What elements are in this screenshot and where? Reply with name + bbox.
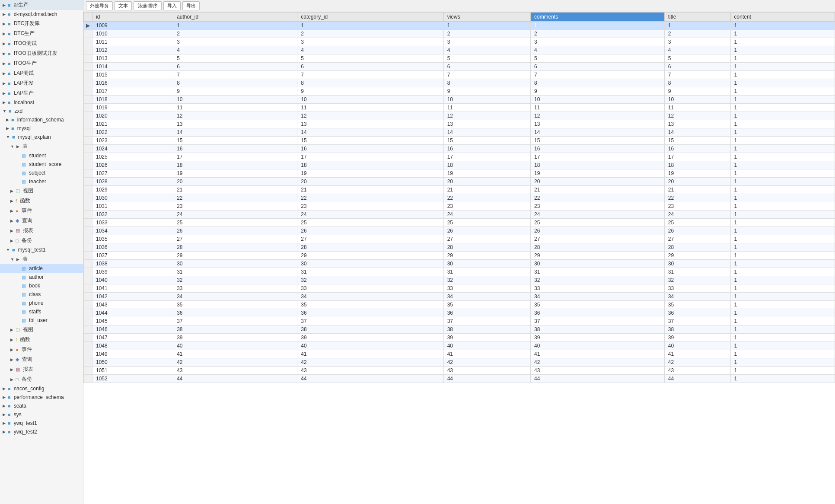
sidebar-item-author[interactable]: ▩author <box>0 273 83 281</box>
toolbar-btn-外连导务[interactable]: 外连导务 <box>86 1 113 10</box>
table-row[interactable]: 102416161616161 <box>84 145 835 153</box>
sidebar-item-表[interactable]: ▼▶表 <box>0 254 83 264</box>
table-row[interactable]: 1015777771 <box>84 71 835 79</box>
col-comments[interactable]: comments <box>530 13 664 22</box>
table-row[interactable]: 104739393939391 <box>84 334 835 342</box>
sidebar-item-article[interactable]: ▩article <box>0 264 83 273</box>
table-row[interactable]: 104234343434341 <box>84 293 835 301</box>
table-row[interactable]: 105042424242421 <box>84 358 835 367</box>
table-row[interactable]: 105244444444441 <box>84 375 835 383</box>
table-row[interactable]: 104133333333331 <box>84 284 835 293</box>
toolbar-btn-import[interactable]: 导入 <box>163 1 181 10</box>
sidebar-item-查询[interactable]: ▶◆查询 <box>0 216 83 226</box>
table-row[interactable]: 104335353535351 <box>84 301 835 309</box>
table-row[interactable]: 1016888881 <box>84 79 835 87</box>
sidebar-item-sys[interactable]: ▶■sys <box>0 410 83 419</box>
sidebar-item-tbl_user[interactable]: ▩tbl_user <box>0 316 83 325</box>
table-row[interactable]: 103325252525251 <box>84 219 835 227</box>
sidebar-item-class[interactable]: ▩class <box>0 290 83 299</box>
table-row[interactable]: ▶1009111111 <box>84 22 835 30</box>
table-row[interactable]: 1011333331 <box>84 38 835 46</box>
sidebar-item-LAP生产[interactable]: ▶■LAP生产 <box>0 88 83 98</box>
table-row[interactable]: 101810101010101 <box>84 96 835 104</box>
table-row[interactable]: 102517171717171 <box>84 153 835 161</box>
sidebar-item-ITOO测试[interactable]: ▶■ITOO测试 <box>0 38 83 48</box>
sidebar-item-ar生产[interactable]: ▶■ar生产 <box>0 0 83 10</box>
sidebar-item-book[interactable]: ▩book <box>0 281 83 290</box>
sidebar-item-视图[interactable]: ▶▢视图 <box>0 325 83 335</box>
table-row[interactable]: 103628282828281 <box>84 243 835 252</box>
sidebar-item-报表[interactable]: ▶▤报表 <box>0 364 83 374</box>
table-row[interactable]: 103022222222221 <box>84 194 835 202</box>
table-row[interactable]: 103224242424241 <box>84 211 835 219</box>
table-area[interactable]: id author_id category_id views comments … <box>83 12 835 504</box>
sidebar-item-函数[interactable]: ▶f函数 <box>0 196 83 206</box>
col-author-id[interactable]: author_id <box>173 13 297 22</box>
sidebar-item-备份[interactable]: ▶□备份 <box>0 374 83 384</box>
sidebar-item-phone[interactable]: ▩phone <box>0 299 83 307</box>
sidebar-item-报表[interactable]: ▶▤报表 <box>0 226 83 236</box>
sidebar-item-备份[interactable]: ▶□备份 <box>0 236 83 246</box>
sidebar-item-事件[interactable]: ▶●事件 <box>0 206 83 216</box>
table-row[interactable]: 103123232323231 <box>84 202 835 211</box>
col-title[interactable]: title <box>664 13 730 22</box>
table-row[interactable]: 1010222221 <box>84 30 835 38</box>
table-row[interactable]: 104537373737371 <box>84 317 835 325</box>
sidebar-item-mysql_explain[interactable]: ▼■mysql_explain <box>0 133 83 141</box>
sidebar-item-表[interactable]: ▼▶表 <box>0 141 83 151</box>
table-row[interactable]: 104436363636361 <box>84 309 835 317</box>
table-row[interactable]: 103426262626261 <box>84 227 835 235</box>
table-row[interactable]: 102921212121211 <box>84 186 835 194</box>
sidebar-item-视图[interactable]: ▶▢视图 <box>0 186 83 196</box>
col-category-id[interactable]: category_id <box>297 13 443 22</box>
toolbar-btn-filter[interactable]: 筛选·排序 <box>134 1 162 10</box>
table-row[interactable]: 102315151515151 <box>84 137 835 145</box>
toolbar-btn-export[interactable]: 导出 <box>182 1 200 10</box>
sidebar-item-teacher[interactable]: ▩teacher <box>0 177 83 186</box>
sidebar-item-查询[interactable]: ▶◆查询 <box>0 354 83 364</box>
table-row[interactable]: 102113131313131 <box>84 120 835 128</box>
sidebar-item-subject[interactable]: ▩subject <box>0 169 83 177</box>
sidebar-item-information_schema[interactable]: ▶■information_schema <box>0 115 83 124</box>
table-row[interactable]: 103729292929291 <box>84 252 835 260</box>
col-views[interactable]: views <box>443 13 530 22</box>
sidebar-item-performance_schema[interactable]: ▶■performance_schema <box>0 393 83 402</box>
sidebar-item-ITOO旧版测试开发[interactable]: ▶■ITOO旧版测试开发 <box>0 48 83 58</box>
sidebar-item-localhost[interactable]: ▶■localhost <box>0 98 83 107</box>
table-row[interactable]: 103527272727271 <box>84 235 835 243</box>
table-row[interactable]: 101911111111111 <box>84 104 835 112</box>
col-content[interactable]: content <box>730 13 835 22</box>
table-row[interactable]: 102820202020201 <box>84 178 835 186</box>
toolbar-btn-文本[interactable]: 文本 <box>115 1 132 10</box>
sidebar-item-DTC开发库[interactable]: ▶■DTC开发库 <box>0 19 83 29</box>
table-row[interactable]: 103931313131311 <box>84 268 835 276</box>
table-row[interactable]: 104941414141411 <box>84 350 835 358</box>
table-row[interactable]: 1014666661 <box>84 63 835 71</box>
table-row[interactable]: 104840404040401 <box>84 342 835 350</box>
sidebar-item-student_score[interactable]: ▩student_score <box>0 160 83 169</box>
sidebar-item-ITOO生产[interactable]: ▶■ITOO生产 <box>0 58 83 68</box>
sidebar-item-函数[interactable]: ▶f函数 <box>0 335 83 345</box>
table-row[interactable]: 105143434343431 <box>84 367 835 375</box>
col-id[interactable]: id <box>92 13 173 22</box>
table-row[interactable]: 102012121212121 <box>84 112 835 120</box>
sidebar-item-mysql[interactable]: ▶■mysql <box>0 124 83 133</box>
table-row[interactable]: 103830303030301 <box>84 260 835 268</box>
sidebar-item-d-mysql.dmsd.tech[interactable]: ▶■d-mysql.dmsd.tech <box>0 10 83 19</box>
sidebar-item-student[interactable]: ▩student <box>0 151 83 160</box>
sidebar-item-mysql_test1[interactable]: ▼■mysql_test1 <box>0 246 83 254</box>
sidebar-item-LAP开发[interactable]: ▶■LAP开发 <box>0 78 83 88</box>
table-row[interactable]: 104032323232321 <box>84 276 835 284</box>
sidebar-item-LAP测试[interactable]: ▶■LAP测试 <box>0 68 83 78</box>
table-row[interactable]: 1013555551 <box>84 54 835 63</box>
sidebar-item-seata[interactable]: ▶■seata <box>0 402 83 410</box>
table-row[interactable]: 104638383838381 <box>84 325 835 334</box>
table-row[interactable]: 102214141414141 <box>84 128 835 137</box>
sidebar-item-nacos_config[interactable]: ▶■nacos_config <box>0 384 83 393</box>
sidebar-item-ywq_test2[interactable]: ▶■ywq_test2 <box>0 427 83 436</box>
sidebar-item-ywq_test1[interactable]: ▶■ywq_test1 <box>0 419 83 427</box>
sidebar-item-zxd[interactable]: ▼■zxd <box>0 107 83 115</box>
sidebar-item-DTC生产[interactable]: ▶■DTC生产 <box>0 29 83 38</box>
table-row[interactable]: 1017999991 <box>84 87 835 96</box>
table-row[interactable]: 102618181818181 <box>84 161 835 169</box>
